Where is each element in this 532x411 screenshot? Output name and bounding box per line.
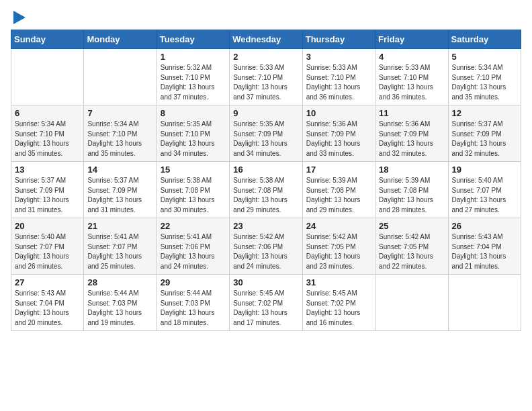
calendar-cell: 28Sunrise: 5:44 AM Sunset: 7:03 PM Dayli… bbox=[84, 275, 157, 331]
calendar-cell: 30Sunrise: 5:45 AM Sunset: 7:02 PM Dayli… bbox=[230, 275, 302, 331]
calendar-cell: 14Sunrise: 5:37 AM Sunset: 7:09 PM Dayli… bbox=[84, 162, 157, 218]
day-number: 18 bbox=[379, 165, 444, 175]
day-info: Sunrise: 5:32 AM Sunset: 7:10 PM Dayligh… bbox=[161, 63, 226, 102]
calendar-cell: 11Sunrise: 5:36 AM Sunset: 7:09 PM Dayli… bbox=[375, 105, 448, 162]
day-number: 30 bbox=[233, 277, 298, 287]
calendar-cell: 7Sunrise: 5:34 AM Sunset: 7:10 PM Daylig… bbox=[84, 105, 157, 162]
calendar-week-row: 6Sunrise: 5:34 AM Sunset: 7:10 PM Daylig… bbox=[11, 105, 521, 162]
calendar-cell: 26Sunrise: 5:43 AM Sunset: 7:04 PM Dayli… bbox=[448, 218, 521, 275]
calendar-header-monday: Monday bbox=[84, 30, 157, 49]
calendar-cell: 3Sunrise: 5:33 AM Sunset: 7:10 PM Daylig… bbox=[302, 49, 375, 105]
day-number: 17 bbox=[306, 165, 371, 175]
calendar-header-wednesday: Wednesday bbox=[230, 30, 302, 49]
calendar-cell: 27Sunrise: 5:43 AM Sunset: 7:04 PM Dayli… bbox=[11, 275, 84, 331]
day-info: Sunrise: 5:40 AM Sunset: 7:07 PM Dayligh… bbox=[15, 232, 80, 271]
day-number: 19 bbox=[452, 165, 517, 175]
logo-triangle-icon bbox=[13, 11, 26, 24]
day-number: 28 bbox=[87, 277, 152, 287]
calendar-cell: 19Sunrise: 5:40 AM Sunset: 7:07 PM Dayli… bbox=[448, 162, 521, 218]
day-number: 7 bbox=[87, 108, 152, 118]
calendar-header-thursday: Thursday bbox=[302, 30, 375, 49]
day-number: 11 bbox=[379, 108, 444, 118]
day-number: 3 bbox=[306, 52, 371, 62]
day-info: Sunrise: 5:33 AM Sunset: 7:10 PM Dayligh… bbox=[233, 63, 298, 102]
day-info: Sunrise: 5:35 AM Sunset: 7:09 PM Dayligh… bbox=[233, 120, 298, 158]
day-info: Sunrise: 5:40 AM Sunset: 7:07 PM Dayligh… bbox=[452, 176, 517, 215]
day-info: Sunrise: 5:33 AM Sunset: 7:10 PM Dayligh… bbox=[306, 63, 371, 102]
day-info: Sunrise: 5:42 AM Sunset: 7:05 PM Dayligh… bbox=[379, 232, 444, 271]
calendar-week-row: 20Sunrise: 5:40 AM Sunset: 7:07 PM Dayli… bbox=[11, 218, 521, 275]
calendar-week-row: 13Sunrise: 5:37 AM Sunset: 7:09 PM Dayli… bbox=[11, 162, 521, 218]
day-info: Sunrise: 5:41 AM Sunset: 7:06 PM Dayligh… bbox=[161, 232, 226, 271]
calendar-cell bbox=[11, 49, 84, 105]
day-info: Sunrise: 5:39 AM Sunset: 7:08 PM Dayligh… bbox=[306, 176, 371, 215]
day-info: Sunrise: 5:44 AM Sunset: 7:03 PM Dayligh… bbox=[161, 289, 226, 328]
calendar-cell: 16Sunrise: 5:38 AM Sunset: 7:08 PM Dayli… bbox=[230, 162, 302, 218]
calendar-cell: 23Sunrise: 5:42 AM Sunset: 7:06 PM Dayli… bbox=[230, 218, 302, 275]
calendar-cell: 12Sunrise: 5:37 AM Sunset: 7:09 PM Dayli… bbox=[448, 105, 521, 162]
day-info: Sunrise: 5:34 AM Sunset: 7:10 PM Dayligh… bbox=[87, 120, 152, 158]
day-number: 24 bbox=[306, 221, 371, 231]
day-number: 29 bbox=[161, 277, 226, 287]
calendar-header-friday: Friday bbox=[375, 30, 448, 49]
day-number: 31 bbox=[306, 277, 371, 287]
calendar-cell: 8Sunrise: 5:35 AM Sunset: 7:10 PM Daylig… bbox=[157, 105, 229, 162]
day-info: Sunrise: 5:38 AM Sunset: 7:08 PM Dayligh… bbox=[233, 176, 298, 215]
calendar-cell: 10Sunrise: 5:36 AM Sunset: 7:09 PM Dayli… bbox=[302, 105, 375, 162]
day-info: Sunrise: 5:33 AM Sunset: 7:10 PM Dayligh… bbox=[379, 63, 444, 102]
day-info: Sunrise: 5:36 AM Sunset: 7:09 PM Dayligh… bbox=[379, 120, 444, 158]
day-number: 20 bbox=[15, 221, 80, 231]
day-number: 10 bbox=[306, 108, 371, 118]
day-number: 26 bbox=[452, 221, 517, 231]
day-info: Sunrise: 5:35 AM Sunset: 7:10 PM Dayligh… bbox=[161, 120, 226, 158]
calendar-cell: 13Sunrise: 5:37 AM Sunset: 7:09 PM Dayli… bbox=[11, 162, 84, 218]
day-info: Sunrise: 5:37 AM Sunset: 7:09 PM Dayligh… bbox=[15, 176, 80, 215]
day-number: 9 bbox=[233, 108, 298, 118]
day-info: Sunrise: 5:34 AM Sunset: 7:10 PM Dayligh… bbox=[15, 120, 80, 158]
calendar-cell: 31Sunrise: 5:45 AM Sunset: 7:02 PM Dayli… bbox=[302, 275, 375, 331]
calendar-cell: 21Sunrise: 5:41 AM Sunset: 7:07 PM Dayli… bbox=[84, 218, 157, 275]
day-info: Sunrise: 5:43 AM Sunset: 7:04 PM Dayligh… bbox=[452, 232, 517, 271]
page-header bbox=[11, 11, 521, 24]
calendar-cell: 22Sunrise: 5:41 AM Sunset: 7:06 PM Dayli… bbox=[157, 218, 229, 275]
day-info: Sunrise: 5:43 AM Sunset: 7:04 PM Dayligh… bbox=[15, 289, 80, 328]
calendar-cell: 29Sunrise: 5:44 AM Sunset: 7:03 PM Dayli… bbox=[157, 275, 229, 331]
day-number: 6 bbox=[15, 108, 80, 118]
calendar-cell: 1Sunrise: 5:32 AM Sunset: 7:10 PM Daylig… bbox=[157, 49, 229, 105]
day-number: 4 bbox=[379, 52, 444, 62]
day-info: Sunrise: 5:34 AM Sunset: 7:10 PM Dayligh… bbox=[452, 63, 517, 102]
calendar-cell: 4Sunrise: 5:33 AM Sunset: 7:10 PM Daylig… bbox=[375, 49, 448, 105]
day-number: 14 bbox=[87, 165, 152, 175]
day-info: Sunrise: 5:45 AM Sunset: 7:02 PM Dayligh… bbox=[306, 289, 371, 328]
day-info: Sunrise: 5:38 AM Sunset: 7:08 PM Dayligh… bbox=[161, 176, 226, 215]
day-info: Sunrise: 5:36 AM Sunset: 7:09 PM Dayligh… bbox=[306, 120, 371, 158]
calendar-table: SundayMondayTuesdayWednesdayThursdayFrid… bbox=[11, 30, 521, 331]
calendar-cell: 9Sunrise: 5:35 AM Sunset: 7:09 PM Daylig… bbox=[230, 105, 302, 162]
logo bbox=[11, 11, 26, 24]
day-info: Sunrise: 5:41 AM Sunset: 7:07 PM Dayligh… bbox=[87, 232, 152, 271]
calendar-week-row: 27Sunrise: 5:43 AM Sunset: 7:04 PM Dayli… bbox=[11, 275, 521, 331]
day-number: 16 bbox=[233, 165, 298, 175]
calendar-cell: 24Sunrise: 5:42 AM Sunset: 7:05 PM Dayli… bbox=[302, 218, 375, 275]
calendar-cell: 5Sunrise: 5:34 AM Sunset: 7:10 PM Daylig… bbox=[448, 49, 521, 105]
day-info: Sunrise: 5:39 AM Sunset: 7:08 PM Dayligh… bbox=[379, 176, 444, 215]
day-number: 5 bbox=[452, 52, 517, 62]
calendar-cell: 6Sunrise: 5:34 AM Sunset: 7:10 PM Daylig… bbox=[11, 105, 84, 162]
day-number: 15 bbox=[161, 165, 226, 175]
day-info: Sunrise: 5:44 AM Sunset: 7:03 PM Dayligh… bbox=[87, 289, 152, 328]
day-number: 25 bbox=[379, 221, 444, 231]
calendar-cell: 18Sunrise: 5:39 AM Sunset: 7:08 PM Dayli… bbox=[375, 162, 448, 218]
calendar-week-row: 1Sunrise: 5:32 AM Sunset: 7:10 PM Daylig… bbox=[11, 49, 521, 105]
calendar-cell: 17Sunrise: 5:39 AM Sunset: 7:08 PM Dayli… bbox=[302, 162, 375, 218]
day-number: 8 bbox=[161, 108, 226, 118]
day-info: Sunrise: 5:37 AM Sunset: 7:09 PM Dayligh… bbox=[87, 176, 152, 215]
day-number: 12 bbox=[452, 108, 517, 118]
day-info: Sunrise: 5:37 AM Sunset: 7:09 PM Dayligh… bbox=[452, 120, 517, 158]
calendar-cell bbox=[375, 275, 448, 331]
day-number: 22 bbox=[161, 221, 226, 231]
day-number: 21 bbox=[87, 221, 152, 231]
calendar-cell: 2Sunrise: 5:33 AM Sunset: 7:10 PM Daylig… bbox=[230, 49, 302, 105]
calendar-cell: 20Sunrise: 5:40 AM Sunset: 7:07 PM Dayli… bbox=[11, 218, 84, 275]
day-number: 23 bbox=[233, 221, 298, 231]
calendar-cell bbox=[84, 49, 157, 105]
